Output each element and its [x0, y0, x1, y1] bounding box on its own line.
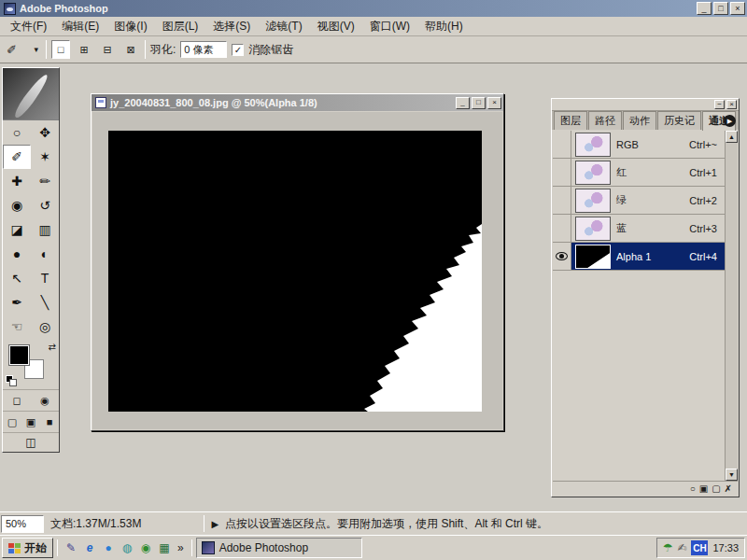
channels-scrollbar[interactable]: ▲ ▼ — [725, 131, 738, 481]
visibility-toggle[interactable] — [553, 243, 571, 270]
minimize-button[interactable]: _ — [697, 2, 712, 15]
new-channel-button[interactable]: ▢ — [712, 483, 720, 496]
doc-minimize-button[interactable]: _ — [456, 97, 470, 109]
palette-tabs: 图层 路径 动作 历史记 通道 ▶ — [552, 111, 739, 130]
pen-tool[interactable]: ✒ — [3, 290, 31, 315]
channel-row-green[interactable]: 绿 Ctrl+2 — [553, 187, 725, 215]
blur-tool[interactable]: ● — [3, 242, 31, 266]
dodge-tool[interactable]: ◐ — [31, 242, 59, 266]
zoom-tool[interactable]: ◎ — [31, 315, 59, 339]
menu-image[interactable]: 图像(I) — [107, 17, 153, 36]
delete-channel-button[interactable]: ✗ — [725, 483, 732, 496]
channel-row-alpha1[interactable]: Alpha 1 Ctrl+4 — [553, 243, 725, 271]
taskbar-photoshop-button[interactable]: Adobe Photoshop — [196, 538, 362, 558]
default-colors-icon[interactable] — [6, 375, 17, 386]
separator — [57, 539, 58, 556]
document-area — [92, 112, 502, 429]
menu-layer[interactable]: 图层(L) — [156, 17, 205, 36]
channel-row-rgb[interactable]: RGB Ctrl+~ — [553, 131, 725, 159]
imageready-button[interactable]: ◫ — [3, 433, 59, 452]
line-tool[interactable]: ╲ — [31, 290, 59, 315]
foreground-color-swatch[interactable] — [9, 345, 29, 365]
scroll-down-button[interactable]: ▼ — [726, 469, 738, 481]
tab-actions[interactable]: 动作 — [623, 111, 656, 130]
tab-paths[interactable]: 路径 — [588, 111, 622, 130]
channel-row-red[interactable]: 红 Ctrl+1 — [553, 159, 725, 187]
fullscreen-button[interactable]: ■ — [40, 412, 59, 432]
antialias-checkbox[interactable]: ✓ — [232, 44, 244, 56]
save-selection-button[interactable]: ▣ — [699, 483, 708, 496]
type-tool[interactable]: T — [31, 266, 59, 290]
active-tool-icon: ✐ — [7, 43, 17, 57]
visibility-toggle[interactable] — [553, 131, 571, 158]
start-button[interactable]: 开始 — [2, 538, 53, 558]
selection-subtract-button[interactable]: ⊟ — [98, 40, 117, 59]
menu-view[interactable]: 视图(V) — [311, 17, 361, 36]
channel-shortcut: Ctrl+2 — [689, 195, 725, 206]
clone-stamp-tool[interactable]: ◉ — [3, 193, 31, 217]
tool-preset-box[interactable]: ✐ ▾ — [4, 39, 41, 61]
menu-help[interactable]: 帮助(H) — [418, 17, 470, 36]
path-select-tool[interactable]: ↖ — [3, 266, 31, 290]
app-titlebar[interactable]: Adobe Photoshop _ □ × — [0, 0, 747, 17]
maximize-button[interactable]: □ — [713, 2, 728, 15]
menu-edit[interactable]: 编辑(E) — [55, 17, 106, 36]
channel-row-blue[interactable]: 蓝 Ctrl+3 — [553, 215, 725, 243]
palette-menu-button[interactable]: ▶ — [724, 115, 736, 127]
tray-umbrella-icon[interactable]: ☂ — [663, 541, 673, 554]
visibility-toggle[interactable] — [553, 215, 571, 242]
selection-add-button[interactable]: ⊞ — [75, 40, 93, 59]
channel-name: RGB — [616, 139, 639, 150]
scroll-up-button[interactable]: ▲ — [726, 131, 738, 143]
tab-layers[interactable]: 图层 — [554, 111, 587, 130]
magic-wand-tool[interactable]: ✶ — [31, 145, 59, 169]
hand-tool[interactable]: ☜ — [3, 315, 31, 339]
menu-file[interactable]: 文件(F) — [4, 17, 53, 36]
quicklaunch-pen-icon[interactable]: ✎ — [63, 540, 78, 555]
history-brush-tool[interactable]: ↺ — [31, 193, 59, 217]
eraser-tool[interactable]: ◪ — [3, 217, 31, 242]
quicklaunch-app-icon[interactable]: ◉ — [138, 540, 153, 555]
palette-minimize-button[interactable]: − — [714, 100, 725, 109]
menu-select[interactable]: 选择(S) — [206, 17, 257, 36]
palette-close-button[interactable]: × — [726, 100, 737, 109]
selection-new-button[interactable]: □ — [51, 40, 70, 59]
quick-mask-button[interactable]: ◉ — [31, 390, 59, 411]
separator — [46, 40, 47, 59]
imageready-row: ◫ — [3, 432, 59, 452]
gradient-tool[interactable]: ▥ — [31, 217, 59, 242]
tray-pen-icon[interactable]: ✍ — [677, 541, 686, 554]
doc-maximize-button[interactable]: □ — [472, 97, 486, 109]
overflow-chevron[interactable]: » — [176, 541, 186, 554]
quicklaunch-excel-icon[interactable]: ▦ — [157, 540, 172, 555]
close-button[interactable]: × — [730, 2, 745, 15]
load-selection-button[interactable]: ○ — [690, 483, 696, 496]
menu-filter[interactable]: 滤镜(T) — [259, 17, 308, 36]
brush-tool[interactable]: ✏ — [31, 169, 59, 193]
palette-titlebar[interactable]: − × — [552, 99, 739, 111]
visibility-toggle[interactable] — [553, 187, 571, 214]
canvas-alpha-channel[interactable] — [108, 131, 482, 412]
quicklaunch-msn-icon[interactable]: ● — [101, 540, 116, 555]
quicklaunch-ie-icon[interactable]: e — [82, 540, 97, 555]
document-titlebar[interactable]: jy_20040831_800_08.jpg @ 50%(Alpha 1/8) … — [92, 94, 503, 111]
standard-screen-button[interactable]: ▢ — [3, 412, 21, 432]
selection-intersect-button[interactable]: ⊠ — [121, 40, 140, 59]
feather-input[interactable]: 0 像素 — [180, 41, 227, 58]
doc-close-button[interactable]: × — [487, 97, 501, 109]
fullscreen-menu-button[interactable]: ▣ — [21, 412, 40, 432]
channel-thumbnail — [575, 245, 611, 269]
standard-mode-button[interactable]: ◻ — [3, 390, 31, 411]
elliptical-marquee-tool[interactable]: ○ — [3, 120, 31, 145]
language-indicator[interactable]: CH — [691, 540, 708, 555]
healing-brush-tool[interactable]: ✚ — [3, 169, 31, 193]
menu-window[interactable]: 窗口(W) — [363, 17, 416, 36]
quicklaunch-media-icon[interactable]: ◍ — [120, 540, 134, 555]
move-tool[interactable]: ✥ — [31, 120, 59, 145]
lasso-tool[interactable]: ✐ — [3, 145, 31, 169]
visibility-toggle[interactable] — [553, 159, 571, 186]
zoom-level[interactable]: 50% — [1, 515, 44, 533]
scrollbar-track[interactable] — [726, 143, 738, 469]
tab-history[interactable]: 历史记 — [657, 111, 701, 130]
swap-colors-icon[interactable]: ⇄ — [49, 342, 56, 352]
